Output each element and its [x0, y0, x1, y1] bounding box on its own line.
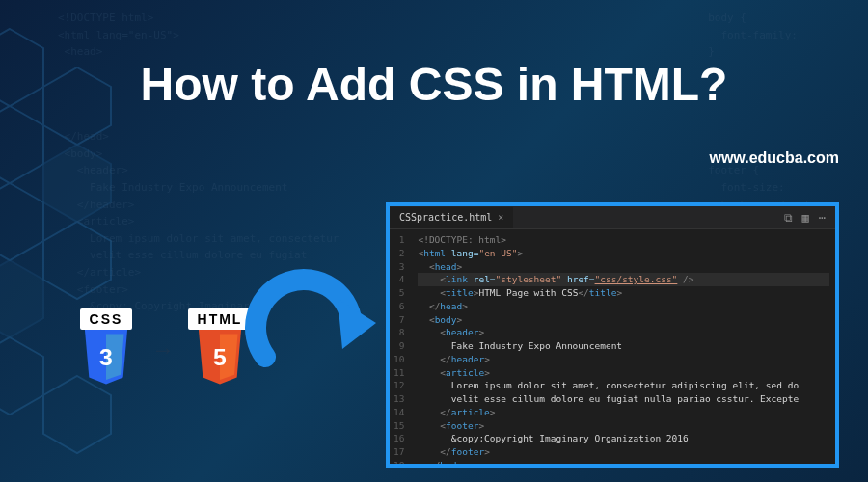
- website-url: www.educba.com: [709, 149, 839, 167]
- curved-arrow-icon: [236, 260, 391, 415]
- layout-icon[interactable]: ▦: [802, 211, 809, 225]
- tech-badges: CSS 3 → HTML 5: [72, 308, 254, 390]
- svg-marker-1: [43, 67, 111, 145]
- svg-marker-7: [0, 337, 43, 415]
- line-gutter: 1 2 3 4 5 6 7 8 9 10 11 12 13 14 15 16 1…: [390, 229, 412, 464]
- svg-text:5: 5: [213, 344, 227, 370]
- close-icon[interactable]: ×: [498, 212, 503, 223]
- editor-actions: ⧉ ▦ ⋯: [784, 211, 835, 225]
- split-icon[interactable]: ⧉: [784, 211, 793, 225]
- svg-marker-5: [43, 222, 111, 299]
- arrow-right-icon: →: [151, 336, 175, 363]
- svg-marker-3: [43, 145, 111, 222]
- code-editor-window: CSSpractice.html × ⧉ ▦ ⋯ 1 2 3 4 5 6 7 8…: [386, 202, 839, 468]
- svg-marker-2: [0, 106, 43, 183]
- more-icon[interactable]: ⋯: [819, 211, 826, 225]
- svg-marker-0: [0, 29, 43, 106]
- editor-tab[interactable]: CSSpractice.html ×: [390, 207, 513, 228]
- editor-body: 1 2 3 4 5 6 7 8 9 10 11 12 13 14 15 16 1…: [390, 229, 835, 464]
- css3-badge: CSS 3: [72, 308, 140, 390]
- svg-marker-4: [0, 183, 43, 260]
- code-content[interactable]: <!DOCTYPE: html> <html lang="en-US"> <he…: [412, 229, 835, 464]
- css3-shield-icon: 3: [77, 330, 135, 388]
- page-title: How to Add CSS in HTML?: [141, 58, 728, 111]
- editor-tabbar: CSSpractice.html × ⧉ ▦ ⋯: [390, 206, 835, 229]
- tab-filename: CSSpractice.html: [399, 212, 492, 223]
- svg-text:3: 3: [99, 344, 113, 370]
- css-label: CSS: [80, 308, 133, 330]
- svg-marker-6: [0, 260, 43, 337]
